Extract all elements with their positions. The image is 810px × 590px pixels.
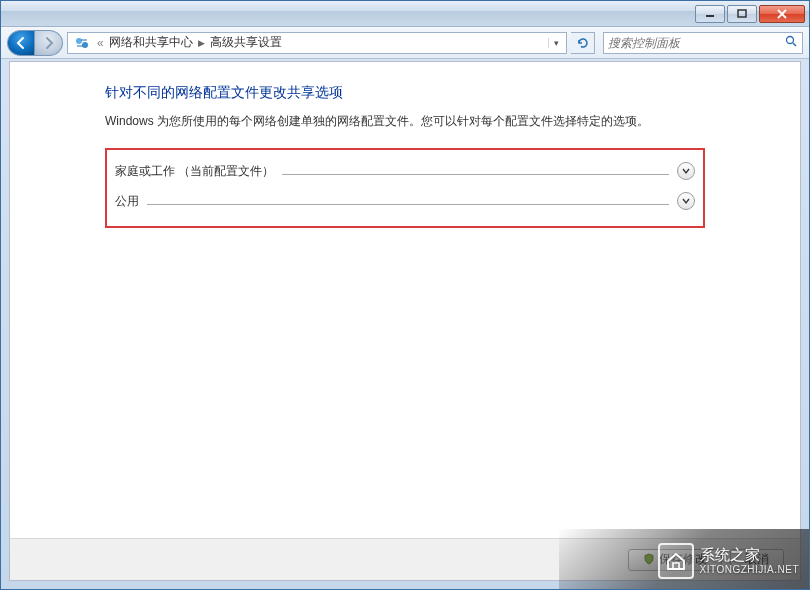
control-panel-icon [74, 35, 90, 51]
annotation-highlight: 家庭或工作 （当前配置文件） 公用 [105, 148, 705, 228]
breadcrumb-prefix: « [97, 36, 104, 50]
profile-row-home-work[interactable]: 家庭或工作 （当前配置文件） [113, 156, 697, 186]
refresh-button[interactable] [571, 32, 595, 54]
separator-line [147, 204, 669, 205]
svg-point-2 [76, 38, 82, 44]
separator-line [282, 174, 669, 175]
page-description: Windows 为您所使用的每个网络创建单独的网络配置文件。您可以针对每个配置文… [105, 112, 705, 130]
search-icon [785, 35, 798, 51]
forward-button[interactable] [35, 30, 63, 56]
cancel-button[interactable]: 取消 [730, 549, 784, 571]
svg-point-3 [82, 42, 88, 48]
titlebar [1, 1, 809, 27]
svg-point-4 [787, 36, 794, 43]
maximize-button[interactable] [727, 5, 757, 23]
chevron-down-icon [682, 167, 690, 175]
svg-rect-1 [738, 10, 746, 17]
expand-button[interactable] [677, 192, 695, 210]
address-dropdown[interactable]: ▾ [548, 38, 564, 48]
arrow-left-icon [14, 36, 28, 50]
svg-rect-0 [706, 15, 714, 17]
profile-row-public[interactable]: 公用 [113, 186, 697, 216]
profile-label: 公用 [115, 193, 139, 210]
button-bar: 保存修改 取消 [10, 538, 800, 580]
cancel-button-label: 取消 [745, 551, 769, 568]
content-scroll: 针对不同的网络配置文件更改共享选项 Windows 为您所使用的每个网络创建单独… [10, 62, 800, 538]
page-title: 针对不同的网络配置文件更改共享选项 [105, 84, 705, 102]
address-bar[interactable]: « 网络和共享中心 ▶ 高级共享设置 ▾ [67, 32, 567, 54]
breadcrumb-arrow-icon: ▶ [198, 38, 205, 48]
search-box[interactable] [603, 32, 803, 54]
expand-button[interactable] [677, 162, 695, 180]
nav-buttons [7, 30, 63, 56]
chevron-down-icon [682, 197, 690, 205]
refresh-icon [576, 36, 590, 50]
breadcrumb-segment[interactable]: 高级共享设置 [208, 34, 284, 51]
minimize-icon [705, 9, 715, 19]
search-input[interactable] [608, 36, 778, 50]
save-button-label: 保存修改 [659, 551, 707, 568]
shield-icon [643, 553, 655, 567]
content-pane: 针对不同的网络配置文件更改共享选项 Windows 为您所使用的每个网络创建单独… [9, 61, 801, 581]
save-button[interactable]: 保存修改 [628, 549, 722, 571]
close-button[interactable] [759, 5, 805, 23]
profile-label: 家庭或工作 （当前配置文件） [115, 163, 274, 180]
arrow-right-icon [42, 36, 56, 50]
window-frame: « 网络和共享中心 ▶ 高级共享设置 ▾ 针对不同的网络配置文件更改共享选项 W… [0, 0, 810, 590]
navigation-bar: « 网络和共享中心 ▶ 高级共享设置 ▾ [1, 27, 809, 59]
close-icon [777, 9, 787, 19]
breadcrumb-segment[interactable]: 网络和共享中心 [107, 34, 195, 51]
maximize-icon [737, 9, 747, 19]
minimize-button[interactable] [695, 5, 725, 23]
back-button[interactable] [7, 30, 35, 56]
